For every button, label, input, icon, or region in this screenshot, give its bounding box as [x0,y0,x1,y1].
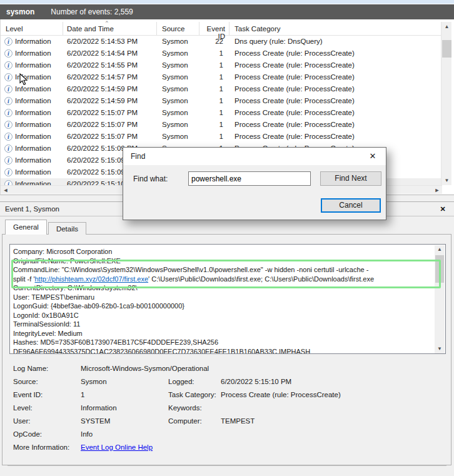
row-level: Information [15,59,51,71]
find-dialog-title: Find [131,152,145,161]
cancel-button[interactable]: Cancel [321,198,381,213]
information-icon [4,97,13,105]
table-row[interactable]: Information 6/20/2022 5:14:59 PM Sysmon … [1,83,442,95]
more-information-label: More Information: [13,441,69,454]
row-level: Information [15,178,51,185]
row-datetime: 6/20/2022 5:15:07 PM [63,131,157,143]
event-text-line: Company: Microsoft Corporation [13,247,431,256]
find-what-label: Find what: [133,175,168,183]
row-datetime: 6/20/2022 5:14:54 PM [63,48,157,59]
opcode-label: OpCode: [13,428,42,441]
row-event-id: 1 [199,107,230,119]
level-label: Level: [13,402,33,415]
field-row: User: SYSTEM Computer: TEMPEST [3,415,451,428]
row-source: Sysmon [157,119,199,131]
event-text-line: CurrentDirectory: C:\Windows\system32\ [13,283,431,293]
scroll-down-icon[interactable]: ▼ [441,176,452,185]
find-next-button[interactable]: Find Next [320,171,381,186]
row-level: Information [15,71,51,83]
row-source: Sysmon [157,83,199,95]
row-event-id: 1 [199,48,230,59]
phishing-url-link[interactable]: http://phishteam.xyz/02dcf07/first.exe [35,275,149,283]
event-text-line: IntegrityLevel: Medium [13,329,431,338]
row-event-id: 1 [199,131,230,143]
information-icon [4,133,13,141]
find-dialog-titlebar[interactable]: Find ✕ [123,148,386,165]
row-task-category: Process Create (rule: ProcessCreate) [230,71,442,83]
table-row[interactable]: Information 6/20/2022 5:14:55 PM Sysmon … [1,59,442,71]
tab-general[interactable]: General [5,220,47,235]
row-level: Information [15,48,51,59]
event-summary-fields: Log Name: Microsoft-Windows-Sysmon/Opera… [3,362,451,465]
information-icon [4,61,13,69]
row-task-category: Dns query (rule: DnsQuery) [230,36,442,48]
tab-details[interactable]: Details [48,222,86,235]
row-source: Sysmon [157,59,199,71]
column-header-source[interactable]: Source [157,22,199,35]
vertical-scrollbar[interactable]: ▲ ▼ [441,22,451,185]
computer-value: TEMPEST [221,415,255,428]
event-text-commandline-wrap: split -f 'http://phishteam.xyz/02dcf07/f… [13,275,431,284]
table-row[interactable]: Information 6/20/2022 5:14:53 PM Sysmon … [1,36,442,48]
table-row[interactable]: Information 6/20/2022 5:15:07 PM Sysmon … [1,107,442,119]
preview-tabs: General Details [5,220,86,235]
level-value: Information [81,402,117,415]
row-task-category: Process Create (rule: ProcessCreate) [230,119,442,131]
row-datetime: 6/20/2022 5:15:07 PM [63,119,157,131]
row-source: Sysmon [157,71,199,83]
field-row: Log Name: Microsoft-Windows-Sysmon/Opera… [3,362,451,375]
event-id-label: Event ID: [13,388,43,402]
row-datetime: 6/20/2022 5:14:55 PM [63,59,157,71]
event-text-line: User: TEMPEST\benimaru [13,293,431,302]
commandline-suffix: ' C:\Users\Public\Downloads\first.exe; C… [148,275,374,283]
scrollbar-thumb[interactable] [442,40,451,58]
row-level: Information [15,131,51,143]
row-task-category: Process Create (rule: ProcessCreate) [230,131,442,143]
row-task-category: Process Create (rule: ProcessCreate) [230,83,442,95]
find-what-input[interactable] [188,171,311,186]
row-task-category: Process Create (rule: ProcessCreate) [230,59,442,71]
information-icon [4,180,13,185]
column-header-datetime[interactable]: ^ Date and Time [63,22,157,35]
scroll-up-icon[interactable]: ▲ [441,22,452,31]
log-name: sysmon [6,8,34,16]
row-task-category: Process Create (rule: ProcessCreate) [230,48,442,59]
column-header-event-id[interactable]: Event ID [199,22,230,35]
commandline-prefix: split -f ' [13,275,35,283]
row-task-category: Process Create (rule: ProcessCreate) [230,107,442,119]
event-id-value: 1 [81,388,84,402]
close-icon[interactable]: ✕ [367,151,378,161]
keywords-label: Keywords: [168,402,202,415]
task-category-label: Task Category: [168,388,216,402]
scroll-right-icon[interactable]: ► [432,186,442,195]
user-value: SYSTEM [81,415,110,428]
event-log-online-help-link[interactable]: Event Log Online Help [81,441,153,454]
column-header-task-category[interactable]: Task Category [230,22,442,35]
row-level: Information [15,119,51,131]
scrollbar-thumb[interactable] [435,255,444,283]
scroll-up-icon[interactable]: ▲ [435,245,445,254]
log-title-bar: sysmon Number of events: 2,559 [0,4,454,19]
column-header-level[interactable]: Level [1,22,63,35]
row-event-id: 1 [199,59,230,71]
event-description-box[interactable]: Company: Microsoft Corporation OriginalF… [9,244,446,354]
row-datetime: 6/20/2022 5:15:07 PM [63,107,157,119]
event-text-line-clipped: DE96A6E69944335375DC1AC238236066980D0FEC… [13,347,431,355]
logged-label: Logged: [168,375,194,388]
table-row[interactable]: Information 6/20/2022 5:14:57 PM Sysmon … [1,71,442,83]
scroll-left-icon[interactable]: ◄ [1,186,11,195]
event-text-line: LogonGuid: {4bbef3ae-ab09-62b0-1ca9-b001… [13,301,431,311]
table-row[interactable]: Information 6/20/2022 5:14:54 PM Sysmon … [1,48,442,59]
scroll-down-icon[interactable]: ▼ [435,345,445,353]
information-icon [4,121,13,129]
row-level: Information [15,154,51,166]
table-row[interactable]: Information 6/20/2022 5:15:07 PM Sysmon … [1,119,442,131]
table-row[interactable]: Information 6/20/2022 5:14:59 PM Sysmon … [1,95,442,107]
close-icon[interactable]: ✕ [438,202,448,216]
row-event-id: 1 [199,71,230,83]
textbox-scrollbar[interactable]: ▲ ▼ [435,245,445,353]
field-row: Event ID: 1 Task Category: Process Creat… [3,388,451,402]
information-icon [4,109,13,117]
logged-value: 6/20/2022 5:15:10 PM [221,375,291,388]
table-row[interactable]: Information 6/20/2022 5:15:07 PM Sysmon … [1,131,442,143]
